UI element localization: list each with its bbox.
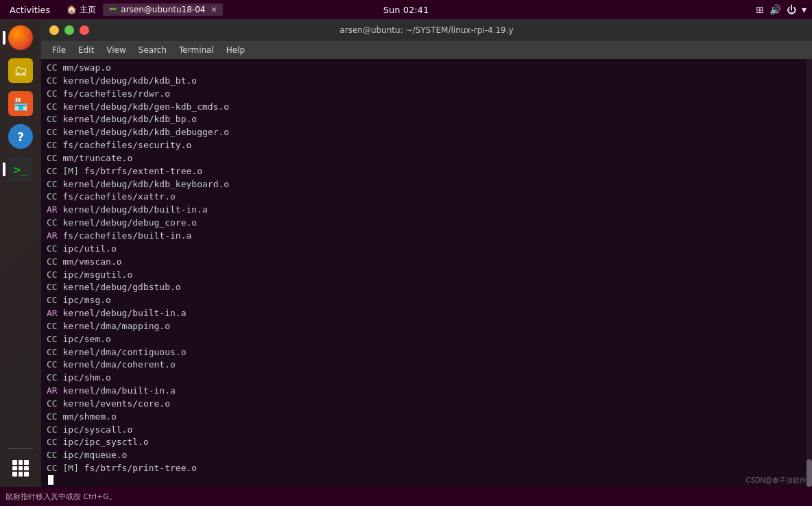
terminal-line: AR fs/cachefiles/built-in.a [47, 230, 807, 243]
cmd-prefix: CC [47, 243, 58, 254]
cmd-prefix: CC [47, 127, 58, 137]
cmd-prefix: CC [47, 321, 58, 331]
cmd-path: mm/truncate.o [62, 153, 132, 163]
terminal-line: CC kernel/dma/coherent.o [47, 359, 807, 372]
dock-firefox[interactable] [5, 23, 36, 53]
cmd-path: ipc/syscall.o [62, 424, 132, 435]
terminal-line: CC kernel/debug/debug_core.o [47, 217, 807, 230]
cmd-prefix: AR [47, 385, 58, 396]
cmd-path: fs/cachefiles/xattr.o [62, 191, 175, 202]
terminal-line: CC fs/cachefiles/security.o [47, 139, 807, 152]
activities-button[interactable]: Activities [5, 3, 54, 16]
cmd-prefix: CC [47, 295, 58, 305]
cmd-prefix: CC [47, 75, 58, 86]
dock-appcenter[interactable]: 🏪 [5, 88, 36, 119]
terminal-tab-close[interactable]: ✕ [211, 5, 217, 14]
cmd-path: kernel/dma/coherent.o [62, 359, 175, 370]
terminal-line: CC kernel/debug/kdb/gen-kdb_cmds.o [47, 101, 807, 114]
maximize-button[interactable]: + [64, 25, 74, 35]
desktop: 🗂 🏪 ? >_ − + ✕ arsen@ubuntu: ~/SYSTEM/li [0, 19, 812, 487]
cmd-prefix: CC [M] [47, 463, 79, 473]
taskbar-home[interactable]: 🏠 主页 [61, 3, 102, 17]
terminal-scrollbar-thumb[interactable] [807, 459, 812, 487]
menu-edit[interactable]: Edit [73, 44, 99, 56]
home-icon: 🏠 [67, 5, 77, 14]
cmd-prefix: CC [47, 424, 58, 435]
terminal-line: AR kernel/dma/built-in.a [47, 385, 807, 398]
cmd-path: kernel/dma/built-in.a [62, 385, 175, 396]
appcenter-icon: 🏪 [8, 91, 33, 116]
cmd-path: kernel/debug/kdb/built-in.a [62, 204, 207, 215]
gnome-bar-clock[interactable]: Sun 02:41 [383, 5, 429, 15]
dock-files[interactable]: 🗂 [5, 56, 36, 86]
menu-file[interactable]: File [47, 44, 71, 56]
terminal-cursor-line [47, 475, 807, 485]
terminal-line: CC ipc/msg.o [47, 294, 807, 307]
network-icon[interactable]: ⊞ [756, 4, 764, 15]
menu-terminal[interactable]: Terminal [174, 44, 219, 56]
volume-icon[interactable]: 🔊 [769, 4, 781, 15]
dock-apps-grid[interactable] [5, 453, 36, 483]
clock-display: Sun 02:41 [383, 5, 429, 15]
cmd-prefix: CC [47, 347, 58, 357]
terminal-line: CC kernel/debug/gdbstub.o [47, 281, 807, 294]
cmd-prefix: CC [47, 62, 58, 73]
close-button[interactable]: ✕ [80, 25, 89, 35]
terminal-titlebar: − + ✕ arsen@ubuntu: ~/SYSTEM/linux-rpi-4… [41, 19, 812, 41]
taskbar-home-label: 主页 [80, 4, 96, 16]
cmd-path: kernel/debug/kdb/kdb_bt.o [62, 75, 197, 86]
cmd-path: ipc/sem.o [62, 334, 110, 344]
cmd-prefix: CC [47, 140, 58, 150]
cmd-path: kernel/debug/built-in.a [62, 308, 186, 318]
cmd-path: kernel/dma/mapping.o [62, 321, 170, 331]
cmd-path: kernel/debug/gdbstub.o [62, 282, 180, 292]
cmd-path: mm/vmscan.o [62, 256, 121, 267]
cmd-path: mm/swap.o [62, 62, 110, 73]
terminal-line: CC [M] fs/btrfs/extent-tree.o [47, 165, 807, 178]
terminal-line: CC kernel/debug/kdb/kdb_bp.o [47, 113, 807, 126]
cmd-prefix: CC [47, 282, 58, 292]
terminal-line: CC kernel/dma/mapping.o [47, 320, 807, 333]
cmd-prefix: CC [47, 256, 58, 267]
cmd-prefix: CC [M] [47, 166, 79, 176]
terminal-line: CC ipc/ipc_sysctl.o [47, 436, 807, 449]
terminal-dock-icon: >_ [8, 157, 33, 182]
cmd-prefix: CC [47, 398, 58, 409]
cmd-path: fs/btrfs/extent-tree.o [84, 166, 202, 176]
cmd-path: kernel/debug/kdb/kdb_bp.o [62, 114, 197, 124]
system-menu-icon[interactable]: ▾ [802, 4, 807, 15]
taskbar-terminal[interactable]: 📟 arsen@ubuntu18-04 ✕ [103, 3, 222, 16]
terminal-scrollbar[interactable] [807, 59, 812, 487]
minimize-button[interactable]: − [49, 25, 59, 35]
cmd-prefix: CC [47, 334, 58, 344]
terminal-line: CC ipc/syscall.o [47, 424, 807, 437]
dock-help[interactable]: ? [5, 121, 36, 152]
menu-help[interactable]: Help [221, 44, 250, 56]
cmd-path: ipc/shm.o [62, 372, 110, 383]
cmd-prefix: CC [47, 179, 58, 189]
help-icon: ? [8, 124, 33, 149]
cmd-prefix: CC [47, 437, 58, 447]
menu-search[interactable]: Search [133, 44, 172, 56]
terminal-line: CC ipc/shm.o [47, 372, 807, 385]
cmd-prefix: CC [47, 372, 58, 383]
cmd-path: ipc/util.o [62, 243, 116, 254]
terminal-line: CC fs/cachefiles/xattr.o [47, 191, 807, 204]
gnome-bar-left: Activities 🏠 主页 📟 arsen@ubuntu18-04 ✕ [5, 3, 223, 17]
menu-view[interactable]: View [101, 44, 131, 56]
terminal-line: CC mm/swap.o [47, 62, 807, 75]
terminal-line: CC ipc/sem.o [47, 333, 807, 346]
cmd-prefix: AR [47, 204, 58, 215]
cmd-prefix: CC [47, 88, 58, 99]
dock-terminal[interactable]: >_ [5, 154, 36, 184]
cmd-prefix: AR [47, 308, 58, 318]
apps-grid-icon [8, 456, 33, 481]
cmd-path: fs/cachefiles/security.o [62, 140, 191, 150]
cursor-block [48, 475, 53, 485]
power-icon[interactable]: ⏻ [787, 4, 796, 15]
terminal-body[interactable]: CC mm/swap.o CC kernel/debug/kdb/kdb_bt.… [41, 59, 812, 487]
cmd-path: mm/shmem.o [62, 411, 116, 422]
terminal-line: CC kernel/debug/kdb/kdb_keyboard.o [47, 178, 807, 191]
cmd-path: fs/cachefiles/rdwr.o [62, 88, 170, 99]
terminal-line: AR kernel/debug/built-in.a [47, 307, 807, 320]
